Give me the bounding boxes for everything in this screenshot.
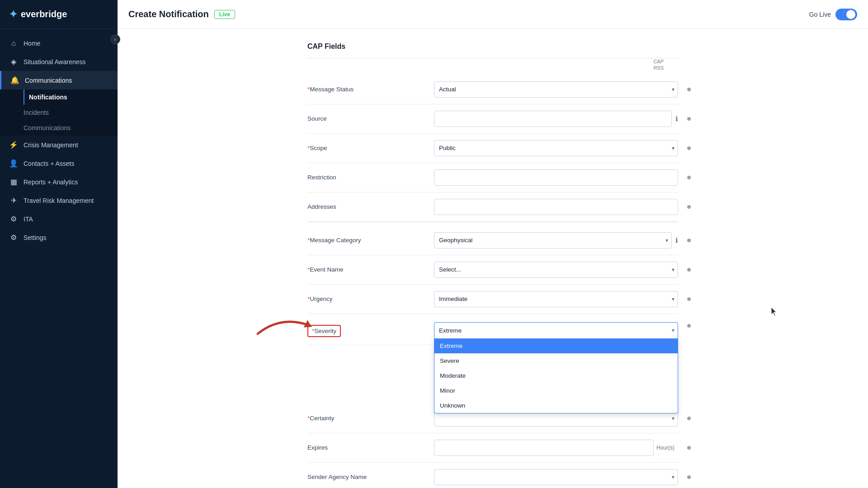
severity-option-extreme[interactable]: Extreme	[434, 338, 678, 353]
required-asterisk: *	[307, 86, 310, 93]
expires-input-group: Hour(s)	[434, 440, 678, 456]
message-category-row: *Message Category Geophysical Meteorolog…	[307, 226, 678, 255]
addresses-input[interactable]	[434, 199, 678, 215]
page-title: Create Notification	[128, 9, 209, 19]
go-live-toggle[interactable]	[835, 9, 857, 20]
logo-label: everbridge	[21, 9, 67, 19]
severity-option-minor[interactable]: Minor	[434, 383, 678, 398]
rss-dot	[687, 117, 691, 121]
sidebar-item-label: Travel Risk Management	[24, 197, 94, 204]
sidebar-item-label: Situational Awareness	[24, 58, 86, 66]
addresses-label: Addresses	[307, 203, 434, 210]
severity-option-unknown[interactable]: Unknown	[434, 398, 678, 413]
sender-agency-name-label: Sender Agency Name	[307, 474, 434, 480]
rss-dot	[687, 475, 691, 479]
topbar: Create Notification Live Go Live	[118, 0, 868, 29]
sidebar-item-travel-risk[interactable]: ✈ Travel Risk Management	[0, 191, 118, 210]
sidebar: ✦ everbridge ⌂ Home ◈ Situational Awaren…	[0, 0, 118, 488]
severity-row: *Severity Extreme Severe Moderate Minor …	[307, 314, 678, 345]
incidents-label: Incidents	[24, 109, 49, 116]
sidebar-item-communications-sub[interactable]: Communications	[24, 120, 118, 136]
expires-control: Hour(s)	[434, 440, 678, 456]
rss-dot	[687, 146, 691, 150]
certainty-label: *Certainty	[307, 415, 434, 422]
message-category-label: *Message Category	[307, 237, 434, 244]
severity-select[interactable]: Extreme Severe Moderate Minor Unknown	[434, 322, 678, 338]
required-asterisk: *	[312, 328, 314, 334]
rss-dot	[687, 205, 691, 209]
sidebar-item-crisis-management[interactable]: ⚡ Crisis Management	[0, 136, 118, 154]
sidebar-item-incidents[interactable]: Incidents	[24, 105, 118, 120]
required-asterisk: *	[307, 237, 310, 244]
source-input[interactable]	[434, 111, 672, 127]
sender-agency-name-control: ▾	[434, 469, 678, 485]
urgency-select[interactable]: Immediate Expected Future Past Unknown	[434, 291, 678, 307]
sidebar-item-label: Reports + Analytics	[24, 178, 78, 186]
scope-select[interactable]: Public Restricted Private	[434, 140, 678, 156]
notifications-label: Notifications	[29, 94, 67, 101]
section-header: CAP Fields	[307, 38, 678, 58]
settings-icon: ⚙	[9, 233, 18, 242]
sidebar-item-contacts-assets[interactable]: 👤 Contacts + Assets	[0, 154, 118, 173]
message-category-select[interactable]: Geophysical Meteorological Safety Securi…	[434, 232, 672, 249]
expires-input[interactable]	[434, 440, 654, 456]
restriction-input[interactable]	[434, 169, 678, 186]
scope-control: Public Restricted Private ▾	[434, 140, 678, 156]
rss-dot	[687, 176, 691, 179]
source-control: ℹ	[434, 111, 678, 127]
info-icon[interactable]: ℹ	[675, 236, 678, 244]
sidebar-collapse-button[interactable]: «	[110, 34, 120, 44]
contacts-icon: 👤	[9, 159, 18, 168]
sidebar-item-label: Communications	[25, 77, 72, 84]
live-badge: Live	[214, 10, 235, 19]
home-icon: ⌂	[9, 39, 18, 47]
required-asterisk: *	[307, 296, 310, 302]
sidebar-item-notifications[interactable]: Notifications	[24, 89, 118, 105]
logo-area: ✦ everbridge	[0, 0, 118, 29]
message-status-row: *Message Status Actual Exercise System T…	[307, 75, 678, 104]
event-name-select[interactable]: Select...	[434, 262, 678, 278]
sidebar-item-situational-awareness[interactable]: ◈ Situational Awareness	[0, 52, 118, 71]
sidebar-item-communications[interactable]: 🔔 Communications	[0, 71, 118, 89]
go-live-label: Go Live	[809, 11, 831, 18]
sidebar-item-reports-analytics[interactable]: ▦ Reports + Analytics	[0, 173, 118, 191]
rss-dot	[687, 446, 691, 450]
sidebar-item-label: Settings	[24, 234, 47, 241]
sidebar-item-label: Contacts + Assets	[24, 160, 74, 167]
severity-option-moderate[interactable]: Moderate	[434, 368, 678, 383]
urgency-label: *Urgency	[307, 296, 434, 302]
sender-agency-name-select[interactable]	[434, 469, 678, 485]
sidebar-item-ita[interactable]: ⚙ ITA	[0, 210, 118, 228]
communications-sub-label: Communications	[24, 124, 71, 131]
event-name-row: *Event Name Select... ▾	[307, 255, 678, 285]
required-asterisk: *	[307, 415, 310, 422]
event-name-control: Select... ▾	[434, 262, 678, 278]
info-icon[interactable]: ℹ	[675, 115, 678, 123]
main-wrapper: Create Notification Live Go Live CAP Fie…	[118, 0, 868, 488]
content-area: CAP Fields CAPRSS *Message Status Actual…	[118, 29, 868, 488]
message-status-label: *Message Status	[307, 86, 434, 93]
severity-highlight-box: *Severity	[307, 325, 341, 337]
toggle-knob	[846, 10, 855, 19]
rss-dot	[687, 324, 691, 328]
sidebar-item-home[interactable]: ⌂ Home	[0, 34, 118, 52]
sidebar-item-settings[interactable]: ⚙ Settings	[0, 228, 118, 247]
expires-unit-label: Hour(s)	[656, 445, 675, 451]
message-status-select[interactable]: Actual Exercise System Test Draft	[434, 81, 678, 98]
rss-dot	[687, 417, 691, 420]
required-asterisk: *	[307, 266, 310, 273]
addresses-control	[434, 199, 678, 215]
sidebar-item-label: Crisis Management	[24, 141, 78, 149]
rss-dot	[687, 88, 691, 91]
section-title: CAP Fields	[307, 42, 345, 50]
message-status-control: Actual Exercise System Test Draft ▾	[434, 81, 678, 98]
severity-option-severe[interactable]: Severe	[434, 353, 678, 368]
rss-dot	[687, 268, 691, 272]
source-label: Source	[307, 115, 434, 122]
addresses-row: Addresses	[307, 192, 678, 222]
required-asterisk: *	[307, 145, 310, 151]
arrow-annotation	[253, 306, 316, 344]
restriction-label: Restriction	[307, 174, 434, 181]
severity-dropdown-list: Extreme Severe Moderate Minor Unknown	[434, 338, 678, 413]
sidebar-subnav: Notifications Incidents Communications	[0, 89, 118, 136]
